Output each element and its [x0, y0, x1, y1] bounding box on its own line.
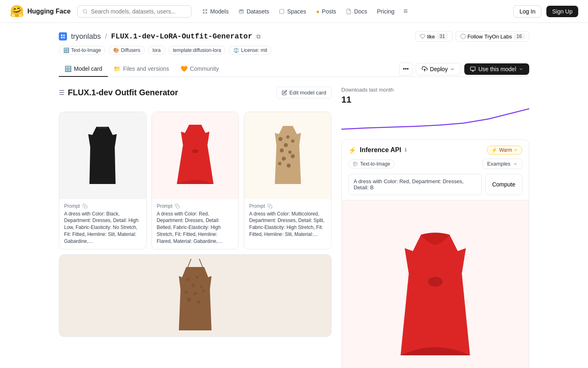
follow-button[interactable]: Follow TryOn Labs 16	[456, 31, 529, 42]
downloads-chart	[341, 107, 529, 131]
warm-icon: ⚡	[491, 147, 497, 153]
prompt-row-2: Prompt	[157, 203, 234, 209]
deploy-icon	[422, 66, 428, 72]
inference-input[interactable]: A dress with Color: Red, Department: Dre…	[348, 174, 482, 195]
warm-badge[interactable]: ⚡ Warm	[487, 146, 522, 155]
like-button[interactable]: like 31	[415, 31, 452, 42]
follow-count: 16	[514, 33, 525, 40]
gallery-image-3	[244, 112, 331, 199]
svg-point-27	[278, 162, 281, 165]
search-icon	[82, 9, 88, 14]
svg-point-21	[284, 143, 288, 147]
svg-rect-1	[203, 9, 205, 11]
svg-point-34	[192, 284, 195, 287]
tab-files-and-versions[interactable]: 📁 Files and versions	[108, 61, 175, 77]
edit-icon	[282, 90, 287, 95]
nav-datasets[interactable]: Datasets	[234, 6, 273, 17]
follow-label: Follow	[468, 34, 483, 40]
gallery-card-3[interactable]: Prompt A dress with Color: Multicolored,…	[244, 112, 332, 249]
inference-info-icon[interactable]: ℹ	[405, 147, 407, 153]
copy-prompt-icon-2[interactable]	[175, 204, 180, 209]
nav-spaces[interactable]: Spaces	[275, 6, 310, 17]
compute-button[interactable]: Compute	[485, 174, 522, 195]
svg-point-33	[196, 276, 198, 278]
hamburger-icon: ☰	[59, 89, 65, 96]
svg-rect-18	[177, 205, 180, 208]
more-options-button[interactable]: •••	[399, 63, 412, 76]
svg-point-40	[197, 300, 200, 303]
nav-docs[interactable]: Docs	[342, 6, 371, 17]
inference-preview	[342, 200, 529, 368]
gallery-card-1[interactable]: Prompt A dress with Color: Black, Depart…	[59, 112, 147, 249]
svg-point-22	[291, 139, 294, 143]
svg-point-19	[278, 137, 283, 141]
copy-prompt-icon-1[interactable]	[82, 204, 87, 209]
tab-community[interactable]: 🧡 Community	[175, 61, 225, 77]
svg-rect-9	[61, 37, 63, 38]
svg-rect-3	[203, 12, 205, 13]
svg-point-39	[187, 298, 191, 302]
svg-point-0	[83, 9, 87, 13]
inference-title: ⚡ Inference API ℹ	[348, 146, 407, 154]
search-box[interactable]	[77, 5, 192, 18]
examples-chevron-icon	[513, 162, 518, 166]
bottom-gallery-card[interactable]	[59, 254, 332, 337]
gallery-caption-3: Prompt A dress with Color: Multicolored,…	[244, 199, 331, 242]
svg-rect-29	[270, 205, 272, 208]
navbar: 🤗 Hugging Face Models Datasets Spaces ● …	[0, 0, 588, 23]
inference-card: ⚡ Inference API ℹ ⚡ Warm Text-to-Image	[341, 139, 529, 368]
prompt-text-1: A dress with Color: Black, Department: D…	[64, 211, 141, 245]
svg-rect-4	[205, 12, 207, 13]
model-name: FLUX.1-dev-LoRA-Outfit-Generator	[111, 32, 252, 40]
tab-actions: ••• Deploy Use this model	[399, 63, 529, 76]
edit-model-card-button[interactable]: Edit model card	[276, 87, 332, 99]
prompt-row-3: Prompt	[249, 203, 326, 209]
deploy-button[interactable]: Deploy	[416, 63, 461, 75]
copy-prompt-icon-3[interactable]	[267, 204, 272, 209]
docs-icon	[346, 9, 352, 14]
svg-rect-2	[205, 9, 207, 11]
search-input[interactable]	[91, 8, 186, 15]
svg-point-5	[239, 9, 244, 11]
model-namespace[interactable]: tryonlabs	[71, 32, 101, 41]
models-icon	[202, 9, 208, 14]
heart-icon	[420, 34, 425, 39]
signup-button[interactable]: Sign Up	[546, 6, 578, 17]
right-panel: Downloads last month 11 ⚡ Inference API …	[341, 87, 529, 368]
use-model-button[interactable]: Use this model	[464, 63, 529, 75]
svg-point-36	[185, 291, 188, 294]
brand-logo[interactable]: 🤗 Hugging Face	[10, 4, 71, 18]
tabs-row: 🔡 Model card 📁 Files and versions 🧡 Comm…	[59, 60, 529, 77]
svg-point-17	[192, 149, 198, 153]
tag-license[interactable]: ⚖️ License: mit	[229, 46, 272, 55]
tab-model-card[interactable]: 🔡 Model card	[59, 61, 108, 77]
logo-emoji: 🤗	[10, 4, 24, 18]
nav-posts[interactable]: ● Posts	[312, 6, 340, 17]
follow-org: TryOn Labs	[484, 34, 512, 40]
prompt-text-2: A dress with Color: Red, Department: Dre…	[157, 211, 234, 245]
svg-point-38	[202, 289, 205, 292]
gallery-card-2[interactable]: Prompt A dress with Color: Red, Departme…	[151, 112, 239, 249]
chevron-down-icon	[450, 67, 455, 72]
login-button[interactable]: Log In	[513, 5, 541, 18]
downloads-count: 11	[341, 94, 529, 105]
tag-lora[interactable]: lora	[148, 46, 165, 55]
tag-text-to-image[interactable]: 🔡 Text-to-Image	[59, 46, 105, 55]
copy-icon[interactable]: ⧉	[256, 33, 261, 40]
svg-point-35	[200, 285, 203, 288]
tag-diffusers[interactable]: 🎨 Diffusers	[109, 46, 145, 55]
model-type-icon	[59, 32, 67, 40]
nav-more-icon[interactable]: ≡	[400, 5, 411, 17]
svg-point-37	[194, 292, 197, 295]
text-image-icon	[353, 162, 358, 166]
model-header: tryonlabs / FLUX.1-dev-LoRA-Outfit-Gener…	[59, 23, 529, 60]
gallery-image-2	[152, 112, 239, 199]
model-title-row: tryonlabs / FLUX.1-dev-LoRA-Outfit-Gener…	[59, 31, 529, 42]
gallery-image-1	[59, 112, 146, 199]
warm-chevron-icon	[514, 148, 518, 152]
nav-pricing[interactable]: Pricing	[373, 6, 399, 17]
tag-template[interactable]: template:diffusion-lora	[169, 46, 226, 55]
svg-point-26	[291, 154, 295, 158]
nav-models[interactable]: Models	[198, 6, 233, 17]
examples-select[interactable]: Examples	[483, 159, 522, 169]
